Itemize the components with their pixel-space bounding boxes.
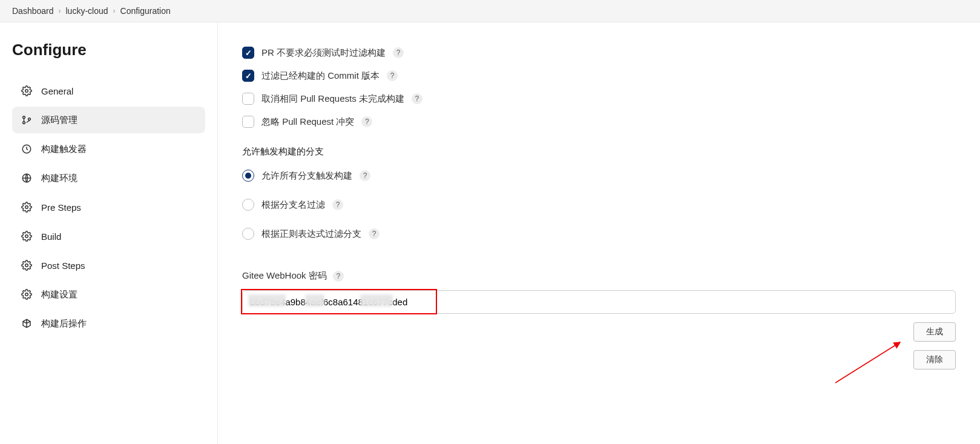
gear-icon: [21, 259, 33, 271]
help-icon[interactable]: ?: [387, 70, 398, 81]
checkbox-label: 忽略 Pull Request 冲突: [261, 116, 354, 128]
sidebar-item-triggers[interactable]: 构建触发器: [12, 136, 205, 162]
page-title: Configure: [12, 41, 205, 59]
webhook-label: Gitee WebHook 密码: [242, 270, 327, 282]
clear-button[interactable]: 清除: [913, 350, 956, 369]
chevron-right-icon: ›: [113, 7, 116, 15]
svg-point-0: [25, 90, 28, 93]
webhook-password-input[interactable]: [242, 290, 956, 314]
radio-branch-regex[interactable]: [242, 228, 254, 240]
sidebar-item-label: 构建设置: [41, 289, 77, 300]
help-icon[interactable]: ?: [333, 271, 344, 282]
cube-icon: [21, 317, 33, 330]
checkbox-ignore-conflict[interactable]: [242, 116, 254, 128]
gear-icon: [21, 230, 33, 242]
radio-all-branches[interactable]: [242, 170, 254, 182]
sidebar-item-label: 构建环境: [41, 173, 77, 184]
checkbox-pr-filter[interactable]: [242, 47, 254, 59]
svg-point-7: [25, 235, 28, 238]
checkbox-label: PR 不要求必须测试时过滤构建: [261, 47, 386, 59]
checkbox-cancel-pr[interactable]: [242, 93, 254, 105]
sidebar-item-label: 构建后操作: [41, 318, 87, 330]
svg-point-1: [23, 116, 25, 119]
help-icon[interactable]: ?: [332, 199, 343, 210]
radio-label: 根据分支名过滤: [261, 199, 325, 211]
sidebar-item-label: Post Steps: [41, 260, 85, 271]
radio-label: 允许所有分支触发构建: [261, 170, 352, 182]
sidebar: Configure General 源码管理 构建触发器: [0, 22, 218, 444]
help-icon[interactable]: ?: [369, 228, 380, 239]
generate-button[interactable]: 生成: [913, 322, 956, 342]
sidebar-item-label: General: [41, 86, 73, 96]
breadcrumb-dashboard[interactable]: Dashboard: [12, 6, 54, 16]
branch-icon: [21, 114, 33, 126]
sidebar-item-postbuild[interactable]: 构建后操作: [12, 310, 205, 337]
checkbox-label: 过滤已经构建的 Commit 版本: [261, 70, 380, 82]
svg-point-8: [25, 264, 28, 267]
breadcrumb-configuration[interactable]: Configuration: [120, 6, 171, 16]
clock-icon: [21, 143, 33, 155]
sidebar-item-presteps[interactable]: Pre Steps: [12, 194, 205, 220]
sidebar-item-env[interactable]: 构建环境: [12, 165, 205, 191]
gear-icon: [21, 288, 33, 300]
svg-point-2: [23, 122, 25, 124]
branch-section-label: 允许触发构建的分支: [242, 146, 956, 157]
radio-branch-name[interactable]: [242, 199, 254, 211]
help-icon[interactable]: ?: [360, 170, 370, 181]
breadcrumb-project[interactable]: lucky-cloud: [66, 6, 108, 16]
radio-label: 根据正则表达式过滤分支: [261, 228, 361, 240]
sidebar-item-build[interactable]: Build: [12, 223, 205, 250]
sidebar-item-label: 源码管理: [41, 114, 77, 126]
sidebar-item-label: Pre Steps: [41, 202, 81, 213]
gear-icon: [21, 201, 33, 213]
gear-icon: [21, 85, 33, 97]
chevron-right-icon: ›: [59, 7, 61, 15]
help-icon[interactable]: ?: [361, 116, 372, 127]
sidebar-item-label: 构建触发器: [41, 144, 87, 155]
checkbox-commit-filter[interactable]: [242, 70, 254, 82]
sidebar-item-scm[interactable]: 源码管理: [12, 107, 205, 133]
breadcrumb: Dashboard › lucky-cloud › Configuration: [0, 0, 980, 22]
checkbox-label: 取消相同 Pull Requests 未完成构建: [261, 93, 404, 105]
sidebar-item-label: Build: [41, 231, 61, 242]
svg-point-6: [25, 206, 28, 209]
main-content: PR 不要求必须测试时过滤构建 ? 过滤已经构建的 Commit 版本 ? 取消…: [218, 22, 980, 444]
globe-icon: [21, 172, 33, 184]
svg-point-9: [25, 293, 28, 296]
sidebar-item-general[interactable]: General: [12, 78, 205, 104]
help-icon[interactable]: ?: [393, 47, 404, 58]
sidebar-item-poststeps[interactable]: Post Steps: [12, 252, 205, 279]
help-icon[interactable]: ?: [412, 93, 423, 104]
svg-point-3: [28, 118, 31, 121]
sidebar-item-buildsettings[interactable]: 构建设置: [12, 281, 205, 308]
